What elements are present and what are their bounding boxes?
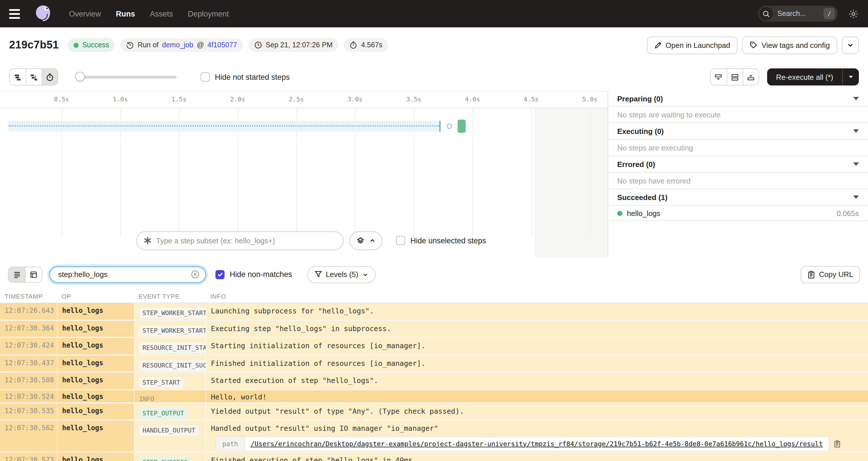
log-row[interactable]: 12:07:30.424 hello_logs RESOURCE_INIT_ST… bbox=[0, 338, 868, 355]
collapse-top-panel-icon[interactable] bbox=[742, 69, 758, 85]
gear-icon[interactable] bbox=[848, 8, 859, 19]
step-succeeded-bar[interactable] bbox=[458, 120, 466, 133]
layers-icon bbox=[356, 236, 365, 245]
chevron-up-icon bbox=[369, 237, 376, 244]
collapse-bottom-panel-icon[interactable] bbox=[710, 69, 726, 85]
split-panels-icon[interactable] bbox=[726, 69, 742, 85]
log-row[interactable]: 12:07:30.508 hello_logs STEP_START Start… bbox=[0, 373, 868, 390]
hide-not-started-checkbox[interactable] bbox=[200, 72, 210, 82]
col-header-timestamp: TIMESTAMP bbox=[0, 291, 57, 303]
hide-unselected-checkbox[interactable] bbox=[396, 236, 405, 245]
axis-tick: 2.5s bbox=[289, 96, 304, 103]
hamburger-menu-icon[interactable] bbox=[9, 6, 24, 21]
gantt-flat-mode-icon[interactable] bbox=[10, 69, 26, 85]
slider-thumb[interactable] bbox=[75, 72, 85, 82]
pencil-icon bbox=[654, 41, 662, 49]
view-tags-config-button[interactable]: View tags and config bbox=[742, 36, 837, 54]
step-subset-input[interactable]: Type a step subset (ex: hello_logs+) bbox=[136, 231, 344, 250]
chevron-down-icon[interactable] bbox=[853, 162, 859, 166]
chevron-down-icon[interactable] bbox=[853, 97, 859, 100]
preparing-empty: No steps are waiting to execute bbox=[608, 106, 868, 123]
re-execute-dropdown[interactable] bbox=[842, 68, 859, 86]
hide-non-matches-checkbox[interactable] bbox=[215, 270, 224, 279]
search-icon bbox=[759, 7, 773, 21]
axis-tick: 2.0s bbox=[230, 96, 245, 103]
gantt-timed-mode-icon[interactable] bbox=[41, 69, 58, 85]
hide-non-matches-label: Hide non-matches bbox=[230, 270, 292, 279]
log-row[interactable]: 12:07:30.364 hello_logs STEP_WORKER_STAR… bbox=[0, 320, 868, 338]
event-type-badge: STEP_START bbox=[139, 377, 184, 388]
axis-tick: 4.0s bbox=[465, 96, 480, 103]
check-icon bbox=[217, 271, 223, 278]
gantt-waterfall-mode-icon[interactable] bbox=[26, 69, 41, 85]
step-marker-dot[interactable] bbox=[447, 124, 452, 129]
funnel-icon bbox=[314, 271, 322, 278]
log-structured-view-icon[interactable] bbox=[25, 267, 41, 282]
hide-unselected-label: Hide unselected steps bbox=[410, 236, 486, 245]
job-link[interactable]: demo_job bbox=[162, 41, 193, 49]
axis-tick: 1.5s bbox=[172, 96, 187, 103]
log-row[interactable]: 12:07:30.573 hello_logs STEP_SUCCESS Fin… bbox=[0, 453, 868, 461]
chevron-down-icon[interactable] bbox=[853, 129, 859, 133]
log-filter-input[interactable]: step:hello_logs bbox=[49, 266, 206, 283]
dagster-logo[interactable] bbox=[33, 3, 54, 24]
axis-tick: 5.0s bbox=[583, 96, 597, 103]
commit-link[interactable]: 4f105077 bbox=[208, 41, 237, 49]
errored-empty: No steps have errored bbox=[608, 173, 868, 189]
re-execute-all-button[interactable]: Re-execute all (*) bbox=[767, 68, 859, 86]
section-succeeded: Succeeded (1) bbox=[608, 189, 868, 206]
event-type-badge: HANDLED_OUTPUT bbox=[139, 425, 198, 436]
open-in-launchpad-button[interactable]: Open in Launchpad bbox=[647, 36, 738, 54]
run-id: 219c7b51 bbox=[9, 39, 59, 51]
copy-path-icon[interactable] bbox=[834, 440, 840, 448]
nav-link-overview[interactable]: Overview bbox=[69, 9, 101, 18]
log-filter-value: step:hello_logs bbox=[58, 270, 191, 279]
chevron-down-icon bbox=[847, 41, 854, 49]
tag-icon bbox=[750, 41, 758, 49]
graph-options-button[interactable] bbox=[349, 231, 382, 250]
col-header-op: OP bbox=[57, 291, 134, 303]
log-list-view-icon[interactable] bbox=[8, 267, 25, 282]
log-row[interactable]: 12:07:30.535 hello_logs STEP_OUTPUT Yiel… bbox=[0, 403, 868, 420]
datetime-pill: Sep 21, 12:07:26 PM bbox=[248, 38, 338, 52]
col-header-info: INFO bbox=[206, 291, 868, 303]
step-status-panel: Preparing (0) No steps are waiting to ex… bbox=[608, 91, 868, 257]
status-badge: Success bbox=[68, 38, 115, 52]
step-waiting-bar[interactable] bbox=[8, 121, 440, 132]
chevron-down-icon bbox=[362, 272, 368, 277]
copy-url-button[interactable]: Copy URL bbox=[801, 266, 860, 283]
log-row[interactable]: 12:07:30.437 hello_logs RESOURCE_INIT_SU… bbox=[0, 355, 868, 373]
search-placeholder: Search... bbox=[777, 10, 819, 18]
col-header-event-type: EVENT TYPE bbox=[134, 291, 206, 303]
nav-link-deployment[interactable]: Deployment bbox=[188, 9, 229, 18]
header-more-dropdown-button[interactable] bbox=[842, 36, 859, 54]
clipboard-icon bbox=[808, 270, 815, 278]
event-type-badge: INFO bbox=[139, 394, 154, 404]
succeeded-step-row[interactable]: hello_logs 0.065s bbox=[608, 206, 868, 221]
path-key: path bbox=[216, 437, 245, 451]
event-type-badge: STEP_OUTPUT bbox=[139, 408, 187, 419]
clear-filter-icon[interactable] bbox=[191, 270, 199, 279]
step-duration: 0.065s bbox=[837, 209, 859, 217]
search-shortcut-badge: / bbox=[824, 8, 835, 19]
log-table-header: TIMESTAMP OP EVENT TYPE INFO bbox=[0, 291, 868, 303]
gantt-time-axis: 0.5s 1.0s 1.5s 2.0s 2.5s 3.0s 3.5s 4.0s … bbox=[0, 92, 608, 108]
nav-links: Overview Runs Assets Deployment bbox=[69, 9, 229, 18]
hide-not-started-label: Hide not started steps bbox=[215, 73, 290, 81]
chevron-down-icon bbox=[848, 74, 854, 80]
nav-link-assets[interactable]: Assets bbox=[150, 9, 173, 18]
axis-tick: 3.5s bbox=[406, 96, 422, 103]
gantt-zoom-slider[interactable] bbox=[75, 72, 177, 82]
output-path-row: path /Users/erincochran/Desktop/dagster-… bbox=[215, 436, 863, 451]
section-executing: Executing (0) bbox=[608, 123, 868, 140]
path-link[interactable]: /Users/erincochran/Desktop/dagster-examp… bbox=[245, 437, 828, 451]
log-row[interactable]: 12:07:30.524 hello_logs INFO Hello, worl… bbox=[0, 390, 868, 403]
levels-filter-button[interactable]: Levels (5) bbox=[307, 266, 375, 283]
top-nav: Overview Runs Assets Deployment Search..… bbox=[0, 0, 868, 27]
nav-link-runs[interactable]: Runs bbox=[116, 9, 135, 18]
log-row[interactable]: 12:07:26.643 hello_logs STEP_WORKER_STAR… bbox=[0, 303, 868, 320]
axis-tick: 4.5s bbox=[524, 96, 539, 103]
search-input[interactable]: Search... / bbox=[758, 6, 838, 22]
log-row[interactable]: 12:07:30.562 hello_logs HANDLED_OUTPUT H… bbox=[0, 420, 868, 453]
chevron-down-icon[interactable] bbox=[853, 195, 859, 199]
